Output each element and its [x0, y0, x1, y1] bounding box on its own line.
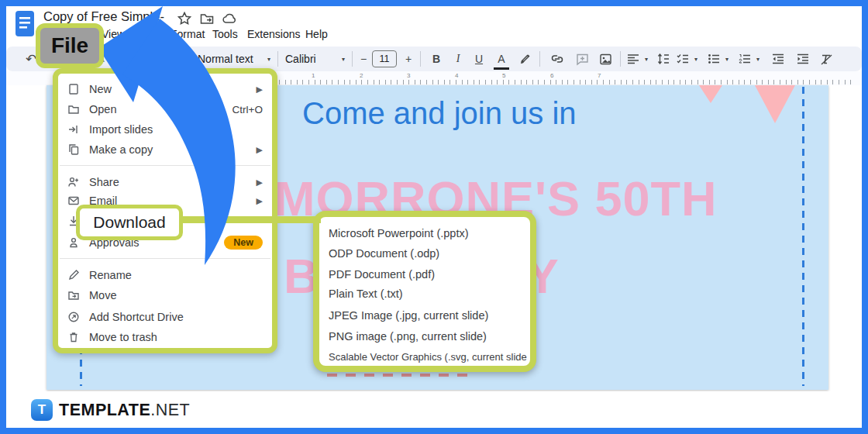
menu-item-open[interactable]: Open Ctrl+O: [64, 100, 266, 119]
chevron-down-icon[interactable]: ▾: [642, 46, 651, 71]
menu-format[interactable]: Format: [170, 28, 205, 40]
templatenet-wordmark: TEMPLATE.NET: [59, 401, 190, 420]
pennant-triangle-small: [699, 85, 722, 103]
toolbar-divider: [352, 51, 353, 67]
menu-item-rename[interactable]: Rename: [64, 266, 266, 284]
new-badge: New: [224, 236, 263, 250]
templatenet-logo-icon: T: [31, 399, 53, 421]
menu-item-new[interactable]: New ▶: [64, 80, 266, 98]
submenu-item-pdf[interactable]: PDF Document (.pdf): [329, 266, 527, 283]
ruler-number: 3: [407, 72, 410, 79]
text-color-button[interactable]: A: [494, 50, 509, 70]
submenu-chevron-icon: ▶: [257, 196, 263, 206]
title-bar: Copy of Free Simple- File Edit View Inse…: [6, 6, 862, 46]
drive-shortcut-icon: [67, 311, 80, 323]
clear-formatting-icon[interactable]: [817, 46, 835, 71]
screenshot-stage: Copy of Free Simple- File Edit View Inse…: [0, 0, 868, 434]
toolbar-divider: [620, 51, 621, 67]
menu-divider: [60, 258, 270, 259]
increase-indent-icon[interactable]: [794, 46, 812, 71]
menu-item-make-a-copy[interactable]: Make a copy ▶: [64, 140, 266, 159]
menu-view[interactable]: View: [102, 28, 125, 40]
menu-help[interactable]: Help: [305, 28, 328, 40]
menu-item-import-slides[interactable]: Import slides: [64, 120, 266, 139]
submenu-item-odp[interactable]: ODP Document (.odp): [329, 245, 527, 262]
menu-tools[interactable]: Tools: [212, 28, 238, 40]
import-icon: [67, 123, 80, 136]
comment-icon[interactable]: [572, 46, 592, 71]
right-dashed-guide: [802, 87, 804, 386]
numbered-list-icon[interactable]: [736, 46, 753, 71]
ruler-number: 5: [502, 72, 505, 79]
chevron-down-icon[interactable]: ▾: [691, 46, 701, 71]
underline-button[interactable]: U: [470, 46, 487, 71]
toolbar-divider: [420, 51, 421, 67]
menu-bar: File Edit View Insert Format Tools Exten…: [6, 28, 862, 45]
download-submenu-panel: Microsoft Powerpoint (.pptx) ODP Documen…: [313, 211, 536, 372]
italic-button[interactable]: I: [450, 46, 467, 71]
submenu-chevron-icon: ▶: [257, 84, 263, 95]
menu-item-add-shortcut-drive[interactable]: Add Shortcut Drive: [64, 308, 266, 326]
menu-item-share[interactable]: Share ▶: [64, 173, 266, 191]
align-icon[interactable]: [625, 46, 642, 71]
menu-extensions[interactable]: Extensions: [247, 28, 300, 40]
ruler-number: 6: [550, 72, 553, 79]
shortcut-label: Ctrl+O: [232, 104, 263, 115]
menu-item-move[interactable]: Move: [64, 286, 266, 305]
ruler-number: 4: [455, 72, 458, 79]
link-icon[interactable]: [547, 46, 567, 71]
move-folder-icon: [67, 289, 80, 301]
menu-insert[interactable]: Insert: [136, 28, 164, 40]
submenu-chevron-icon: ▶: [257, 145, 263, 155]
submenu-chevron-icon: ▶: [257, 177, 263, 188]
submenu-item-jpg[interactable]: JPEG Image (.jpg, current slide): [329, 307, 527, 324]
ruler-number: 2: [360, 72, 363, 79]
folder-open-icon: [67, 103, 80, 115]
footer-bar: T TEMPLATE.NET: [6, 391, 862, 428]
pink-dashed-line: [327, 374, 471, 377]
copy-icon: [67, 143, 80, 156]
submenu-item-png[interactable]: PNG image (.png, current slide): [329, 328, 527, 345]
chevron-down-icon[interactable]: ▾: [338, 46, 349, 71]
pennant-triangle-large: [755, 85, 795, 123]
slide-heading-text[interactable]: Come and join us in: [302, 96, 577, 131]
new-document-icon: [67, 83, 80, 95]
brand-rest: .NET: [150, 401, 190, 419]
ruler-number: 1: [312, 72, 315, 79]
image-icon[interactable]: [595, 46, 615, 71]
ruler-ticks: [279, 80, 856, 84]
highlighter-icon[interactable]: [516, 46, 535, 71]
font-dropdown[interactable]: Calibri: [285, 46, 332, 71]
ruler-number: 7: [598, 72, 601, 79]
document-title[interactable]: Copy of Free Simple-: [43, 9, 164, 24]
download-callout: Download: [76, 205, 183, 240]
cloud-status-icon[interactable]: [222, 11, 237, 26]
highlight-connector-line: [175, 216, 321, 223]
submenu-item-svg[interactable]: Scalable Vector Graphics (.svg, current …: [329, 348, 527, 365]
font-size-input[interactable]: 11: [372, 50, 397, 67]
file-callout: File: [36, 23, 104, 68]
increase-font-size-button[interactable]: +: [401, 46, 415, 71]
toolbar-divider: [539, 51, 540, 67]
star-icon[interactable]: [177, 11, 192, 26]
checklist-icon[interactable]: [674, 46, 691, 71]
decrease-font-size-button[interactable]: −: [356, 46, 370, 71]
bullet-list-icon[interactable]: [705, 46, 722, 71]
share-person-icon: [67, 176, 80, 188]
menu-divider: [60, 165, 270, 166]
decrease-indent-icon[interactable]: [769, 46, 787, 71]
chevron-down-icon[interactable]: ▾: [722, 46, 732, 71]
submenu-item-txt[interactable]: Plain Text (.txt): [329, 285, 527, 302]
toolbar-divider: [277, 51, 278, 67]
submenu-item-pptx[interactable]: Microsoft Powerpoint (.pptx): [329, 225, 527, 242]
move-folder-icon[interactable]: [199, 11, 215, 26]
envelope-icon: [67, 195, 80, 207]
trash-icon: [67, 331, 80, 343]
menu-item-move-to-trash[interactable]: Move to trash: [64, 328, 266, 346]
line-spacing-icon[interactable]: [654, 46, 673, 71]
bold-button[interactable]: B: [428, 46, 445, 71]
chevron-down-icon[interactable]: ▾: [753, 46, 763, 71]
pencil-icon: [67, 269, 80, 281]
brand-bold: TEMPLATE: [59, 401, 150, 419]
